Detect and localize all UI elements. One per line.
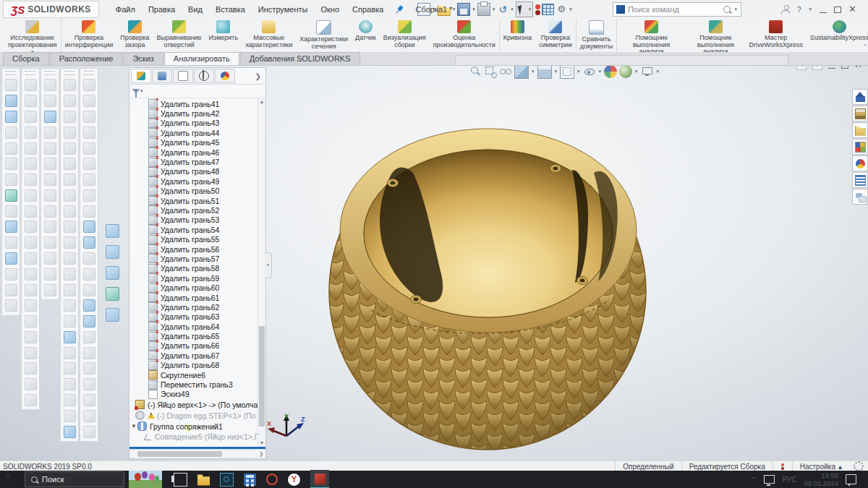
tree-item[interactable]: Удалить грань46 [129,147,258,157]
display-style-icon[interactable] [560,66,574,79]
tray-expand-caret[interactable]: ⌃ [751,476,757,484]
select-tool-button[interactable]: ▾ [516,1,534,17]
tool-icon[interactable] [25,268,37,281]
caret[interactable]: ▾ [532,69,535,74]
ribbon-button[interactable]: Сравнить документы [576,19,617,52]
tool-icon[interactable] [64,378,76,390]
tree-item[interactable]: Удалить грань56 [129,244,258,254]
command-tab[interactable]: Сборка [3,52,49,65]
solidworks-taskbar-icon[interactable] [310,470,329,488]
tool-icon[interactable] [83,189,95,202]
tool-icon[interactable] [44,174,56,186]
ribbon-button[interactable]: Массовые характеристики [242,19,296,52]
weather-widget[interactable] [129,471,162,488]
tool-icon[interactable] [5,174,17,186]
caret[interactable]: ▾ [635,69,638,74]
doc-back-icon[interactable]: ◂ [796,66,807,70]
file-explorer-icon[interactable] [197,474,210,486]
forum-button[interactable] [852,189,868,205]
ribbon-button[interactable]: Проверка симметрии [535,19,576,52]
tree-item-mate[interactable]: Совпадение5 (Яйцо низ<1>,Грань) [129,432,258,442]
tree-item[interactable]: Удалить грань66 [129,341,258,351]
tool-icon[interactable] [64,158,76,170]
tool-icon[interactable] [64,426,76,438]
tab-property-manager[interactable] [152,69,172,83]
tool-icon[interactable] [106,308,119,322]
tree-item-mategroup[interactable]: ▼ Группа сопряжений1 [129,421,258,432]
camera-app-icon[interactable] [220,473,234,487]
tool-icon[interactable] [64,347,76,359]
tree-item[interactable]: Переместить грань3 [129,380,258,389]
tool-icon[interactable] [5,252,17,265]
tool-icon[interactable] [44,142,56,155]
tool-icon[interactable] [44,284,56,296]
ribbon-button[interactable]: SustainabilityXpress [807,19,868,52]
ribbon-button[interactable]: Проверка зазора [116,19,153,52]
tool-icon[interactable] [64,221,76,233]
tool-icon[interactable] [25,284,37,296]
tool-icon[interactable] [83,394,95,406]
tool-icon[interactable] [64,142,76,155]
ribbon-collapse-icon[interactable]: ⌃ [862,43,868,51]
tool-icon[interactable] [106,287,119,301]
view-palette-button[interactable] [852,139,868,155]
tabs-overflow-arrow[interactable]: ❯ [255,72,264,80]
tool-icon[interactable] [44,221,56,233]
tree-item[interactable]: Удалить грань48 [129,167,258,176]
tool-icon[interactable] [44,236,56,249]
tool-icon[interactable] [64,189,76,202]
tool-icon[interactable] [25,299,37,312]
tool-icon[interactable] [64,362,76,374]
ribbon-button[interactable]: Оценка производительности [430,19,500,52]
tool-icon[interactable] [106,266,119,280]
options-gear-icon[interactable]: ⚙ [556,4,567,15]
tree-item[interactable]: Удалить грань41 [129,99,258,108]
tree-item[interactable]: Удалить грань49 [129,176,258,186]
scroll-down-arrow[interactable]: ▼ [260,440,265,447]
tool-icon[interactable] [25,221,37,233]
file-explorer-button[interactable] [852,122,868,138]
caret[interactable]: ▾ [555,69,558,74]
tool-icon[interactable] [83,410,95,422]
command-tab[interactable]: Эскиз [123,52,163,65]
tree-item[interactable]: Удалить грань45 [129,138,258,147]
caret[interactable]: ▾ [577,69,580,74]
tree-item[interactable]: Удалить грань44 [129,128,258,137]
tool-icon[interactable] [5,127,17,139]
view-orientation-icon[interactable] [537,66,552,79]
task-view-icon[interactable] [174,473,187,487]
tool-icon[interactable] [64,252,76,265]
tree-item[interactable]: Удалить грань51 [129,196,258,205]
home-button[interactable] [852,89,868,105]
tool-icon[interactable] [83,378,95,390]
tree-item[interactable]: Удалить грань61 [129,293,258,302]
menu-item[interactable]: Справка [346,2,390,17]
save-icon[interactable] [457,3,470,16]
clock[interactable]: 13:55 09.01.2024 [804,471,838,487]
ribbon-button[interactable]: Датчик [352,19,380,52]
taskbar-search-box[interactable]: Поиск [25,471,124,487]
tree-item[interactable]: Удалить грань52 [129,205,258,215]
network-icon[interactable] [764,475,775,484]
scrollbar-thumb[interactable] [259,326,265,427]
hide-show-items-icon[interactable] [583,66,596,78]
tool-icon[interactable] [5,299,17,312]
tab-display-manager[interactable] [215,69,235,83]
tool-icon[interactable] [83,221,95,233]
tool-icon[interactable] [83,284,95,296]
tool-icon[interactable] [5,111,17,123]
tree-item[interactable]: Скругление6 [129,370,258,380]
graphics-area[interactable]: ❯ ▾ Удалить грань41 [0,66,868,461]
tree-item[interactable]: Удалить грань58 [129,264,258,273]
tool-icon[interactable] [64,95,76,107]
tool-icon[interactable] [25,142,37,155]
tool-icon[interactable] [25,189,37,202]
tool-icon[interactable] [25,362,37,374]
tool-icon[interactable] [44,111,56,123]
command-search-box[interactable]: Поиск команд ▾ [613,2,741,17]
tool-icon[interactable] [25,236,37,249]
tool-icon[interactable] [83,299,95,312]
tool-icon[interactable] [5,268,17,281]
caret[interactable]: ▾ [657,69,660,74]
ribbon-button[interactable]: Проверка интерференции [61,19,117,52]
